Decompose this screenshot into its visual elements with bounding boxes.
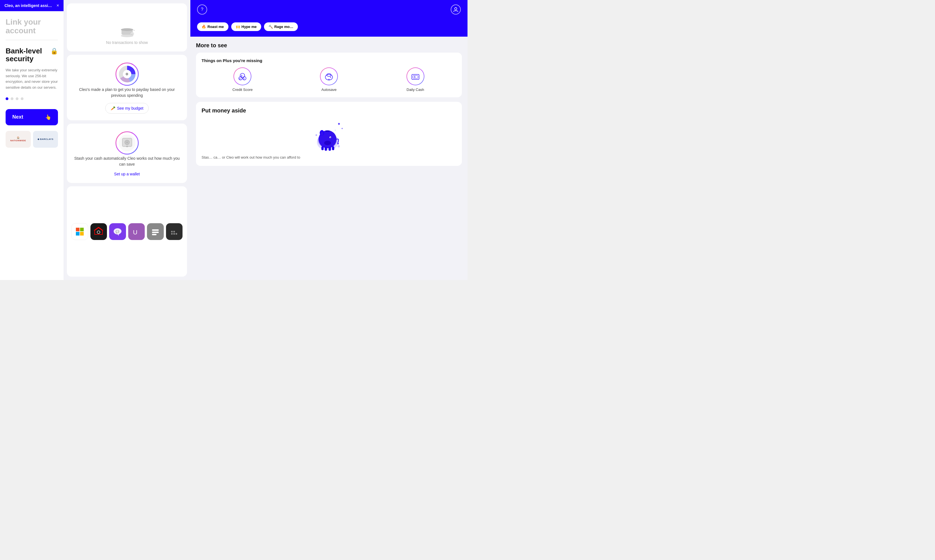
hype-me-button[interactable]: 🙌 Hype me (231, 22, 261, 31)
rage-emoji: 🔨 (268, 25, 273, 29)
autosave-icon (320, 68, 338, 85)
dot-4 (21, 97, 23, 100)
right-top-bar: ? (190, 0, 468, 19)
security-header: Bank-level security 🔒 (6, 47, 58, 63)
dot-1 (6, 97, 8, 100)
close-button[interactable]: × (57, 3, 59, 8)
more-to-see-title: More to see (196, 42, 462, 49)
app-icons-card: 💬 U (67, 186, 187, 277)
budget-card: ⚙ Cleo's made a plan to get you to payda… (67, 55, 187, 120)
svg-text:✦: ✦ (337, 122, 341, 126)
barclays-logo: ◆ BARCLAYS (33, 131, 58, 148)
svg-text:$: $ (243, 77, 245, 80)
put-money-card: Put money aside ✦ ✦ + (196, 102, 462, 166)
svg-text:✦: ✦ (341, 127, 343, 130)
middle-panel: ✦ ✦ No transactions to show (63, 0, 190, 280)
budget-btn-label: See my budget (117, 106, 143, 111)
svg-point-2 (121, 28, 133, 31)
piggy-bank-svg: ✦ ✦ + (311, 121, 347, 152)
app-icon-2 (90, 223, 107, 240)
plus-features-list: $ $ $ Credit Score (202, 68, 456, 92)
svg-point-27 (173, 233, 175, 235)
autosave-label: Autosave (321, 88, 336, 92)
svg-text:+: + (335, 129, 336, 131)
daily-cash-feature[interactable]: $ Daily Cash (374, 68, 456, 92)
rage-mode-button[interactable]: 🔨 Rage mo… (264, 22, 298, 31)
no-transactions-icon-area: ✦ ✦ (119, 10, 136, 38)
app-icon-4: U (128, 223, 145, 240)
help-icon[interactable]: ? (197, 5, 207, 15)
no-transactions-icon: ✦ ✦ (119, 24, 136, 38)
svg-rect-23 (152, 229, 159, 231)
app-icon-6 (166, 223, 183, 240)
left-panel: Cleo, an intelligent assi… × Link your a… (0, 0, 63, 280)
daily-cash-label: Daily Cash (406, 88, 424, 92)
svg-text:U: U (133, 229, 137, 236)
dot-2 (11, 97, 14, 100)
svg-point-26 (171, 233, 173, 235)
svg-rect-56 (326, 131, 330, 131)
put-money-description: Stas… ca… or Cleo will work out how much… (202, 155, 456, 160)
svg-rect-19 (80, 232, 84, 235)
svg-rect-25 (152, 234, 156, 235)
piggy-bank-area: ✦ ✦ + (202, 118, 456, 152)
svg-point-20 (97, 231, 100, 234)
setup-wallet-button[interactable]: Set up a wallet (114, 172, 140, 176)
budget-btn-emoji: 🥕 (111, 106, 115, 111)
svg-point-62 (338, 145, 340, 148)
budget-description: Cleo's made a plan to get you to payday … (74, 87, 180, 98)
svg-text:💬: 💬 (116, 230, 119, 234)
budget-circle-icon: ⚙ (114, 62, 140, 87)
roast-label: Roast me (207, 25, 224, 29)
svg-rect-40 (328, 79, 330, 80)
security-title: Bank-level security (6, 47, 50, 63)
wallet-circle-icon (114, 130, 140, 155)
progress-dots (6, 97, 58, 100)
app-icon-1 (71, 223, 88, 240)
svg-rect-58 (325, 147, 327, 151)
plus-features-card: Things on Plus you're missing $ $ $ (196, 52, 462, 97)
svg-point-41 (330, 77, 331, 78)
svg-rect-16 (76, 228, 80, 231)
svg-rect-59 (329, 147, 331, 151)
next-label: Next (12, 114, 23, 120)
svg-rect-17 (80, 228, 84, 231)
dot-3 (16, 97, 19, 100)
section-divider (6, 40, 58, 40)
svg-text:✦: ✦ (133, 29, 135, 31)
svg-rect-18 (76, 232, 80, 235)
app-icon-3: 💬 (109, 223, 126, 240)
next-button[interactable]: Next 👆 (6, 109, 58, 125)
wallet-btn-label: Set up a wallet (114, 172, 140, 176)
bank-logos: 🏠Nationwide ◆ BARCLAYS (6, 131, 58, 148)
wallet-description: Stash your cash automatically Cleo works… (74, 155, 180, 167)
svg-text:$: $ (239, 77, 241, 80)
svg-text:$: $ (414, 75, 415, 78)
svg-rect-24 (152, 232, 159, 233)
svg-point-30 (173, 231, 175, 232)
wallet-card: Stash your cash automatically Cleo works… (67, 124, 187, 183)
daily-cash-icon: $ (406, 68, 424, 85)
autosave-feature[interactable]: Autosave (288, 68, 370, 92)
lock-icon: 🔒 (50, 48, 58, 55)
link-account-title: Link your account (6, 18, 58, 35)
next-emoji: 👆 (45, 114, 51, 120)
svg-text:$: $ (241, 74, 242, 77)
svg-point-51 (324, 141, 331, 145)
see-budget-button[interactable]: 🥕 See my budget (105, 103, 149, 114)
user-icon[interactable] (451, 5, 461, 15)
left-content: Link your account Bank-level security 🔒 … (0, 11, 63, 280)
svg-point-39 (327, 74, 331, 76)
svg-point-55 (321, 131, 323, 135)
right-content: More to see Things on Plus you're missin… (190, 37, 468, 280)
svg-text:⚙: ⚙ (125, 72, 128, 76)
hype-label: Hype me (242, 25, 257, 29)
top-bar-title: Cleo, an intelligent assi… (5, 3, 52, 8)
roast-me-button[interactable]: 🔥 Roast me (197, 22, 228, 31)
svg-point-61 (315, 134, 317, 136)
nationwide-logo: 🏠Nationwide (6, 131, 31, 148)
credit-score-feature[interactable]: $ $ $ Credit Score (202, 68, 284, 92)
svg-point-29 (171, 231, 173, 232)
barclays-text: ◆ BARCLAYS (37, 138, 54, 140)
nationwide-text: 🏠Nationwide (10, 137, 26, 142)
